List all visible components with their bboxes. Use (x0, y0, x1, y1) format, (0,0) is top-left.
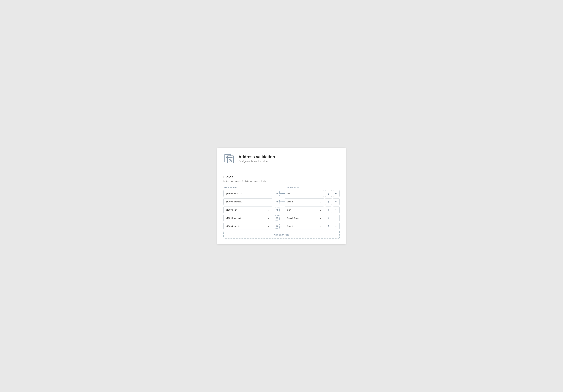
connector-area-1: ⧉ (272, 199, 282, 204)
connector-icon-1: ⧉ (275, 199, 280, 204)
page-title: Address validation (238, 154, 275, 159)
more-icon: ••• (335, 192, 338, 195)
right-part-2: City ⌄ 🗑 ••• (282, 207, 340, 213)
your-field-select-1[interactable]: g19694-address2 ⌄ (223, 198, 272, 205)
connector-icon-2: ⧉ (275, 207, 280, 212)
chevron-down-icon: ⌄ (320, 225, 321, 227)
your-field-select-4[interactable]: g19694-country ⌄ (223, 223, 272, 229)
our-field-value-2: City (287, 209, 291, 211)
field-row: g19694-postcode ⌄ ⧉ Postal Code ⌄ 🗑 (223, 215, 340, 221)
chevron-down-icon: ⌄ (268, 192, 270, 195)
field-row: g19694-city ⌄ ⧉ City ⌄ 🗑 (223, 207, 340, 213)
connector-area-3: ⧉ (272, 215, 282, 220)
our-field-select-1[interactable]: Line 2 ⌄ (285, 198, 324, 205)
connector-icon-4: ⧉ (275, 224, 280, 229)
svg-point-8 (230, 160, 231, 161)
your-field-select-2[interactable]: g19694-city ⌄ (223, 207, 272, 213)
more-icon: ••• (335, 201, 338, 203)
fields-subtitle: Match your address fields to our address… (223, 180, 340, 182)
more-button-4[interactable]: ••• (333, 223, 340, 229)
trash-icon: 🗑 (327, 217, 330, 219)
your-fields-label: YOUR FIELDS (224, 187, 277, 189)
connector-line-3 (282, 218, 285, 218)
more-button-0[interactable]: ••• (333, 190, 340, 197)
delete-button-2[interactable]: 🗑 (325, 207, 332, 213)
main-card: Address validation Configure this servic… (217, 148, 346, 244)
more-icon: ••• (335, 225, 338, 227)
our-field-select-0[interactable]: Line 1 ⌄ (285, 190, 324, 197)
field-row: g19694-address2 ⌄ ⧉ Line 2 ⌄ 🗑 (223, 198, 340, 205)
columns-header: YOUR FIELDS OUR FIELDS (223, 187, 340, 189)
our-field-select-2[interactable]: City ⌄ (285, 207, 324, 213)
your-field-value-0: g19694-address1 (226, 192, 242, 195)
drag-cursor-icon: ⧉ (276, 217, 278, 219)
trash-icon: 🗑 (327, 192, 330, 195)
more-button-1[interactable]: ••• (333, 198, 340, 205)
trash-icon: 🗑 (327, 208, 330, 211)
trash-icon: 🗑 (327, 200, 330, 203)
page-subtitle: Configure this service below (238, 160, 275, 163)
chevron-down-icon: ⌄ (268, 225, 270, 227)
connector-area-0: ⧉ (272, 191, 282, 196)
chevron-down-icon: ⌄ (268, 217, 270, 219)
field-row: g19694-country ⌄ ⧉ Country ⌄ 🗑 (223, 223, 340, 229)
our-field-value-4: Country (287, 225, 294, 227)
more-icon: ••• (335, 217, 338, 219)
our-fields-label: OUR FIELDS (287, 187, 340, 189)
field-rows-container: g19694-address1 ⌄ ⧉ Line 1 ⌄ 🗑 (223, 190, 340, 229)
field-row: g19694-address1 ⌄ ⧉ Line 1 ⌄ 🗑 (223, 190, 340, 197)
service-icon (223, 153, 235, 164)
right-part-0: Line 1 ⌄ 🗑 ••• (282, 190, 340, 197)
delete-button-1[interactable]: 🗑 (325, 198, 332, 205)
our-field-value-0: Line 1 (287, 192, 293, 195)
connector-icon-0: ⧉ (275, 191, 280, 196)
right-part-4: Country ⌄ 🗑 ••• (282, 223, 340, 229)
connector-line-0 (282, 193, 285, 194)
connector-line-1 (282, 201, 285, 202)
your-field-value-3: g19694-postcode (226, 217, 242, 219)
delete-button-0[interactable]: 🗑 (325, 190, 332, 197)
your-field-value-2: g19694-city (226, 209, 237, 211)
right-part-1: Line 2 ⌄ 🗑 ••• (282, 198, 340, 205)
your-field-value-4: g19694-country (226, 225, 241, 227)
delete-button-4[interactable]: 🗑 (325, 223, 332, 229)
more-button-2[interactable]: ••• (333, 207, 340, 213)
our-field-value-3: Postal Code (287, 217, 299, 219)
connector-area-4: ⧉ (272, 224, 282, 229)
our-field-select-3[interactable]: Postal Code ⌄ (285, 215, 324, 221)
chevron-down-icon: ⌄ (320, 192, 321, 195)
header-text: Address validation Configure this servic… (238, 154, 275, 163)
more-icon: ••• (335, 209, 338, 211)
fields-title: Fields (223, 175, 340, 179)
trash-icon: 🗑 (327, 225, 330, 228)
your-field-select-3[interactable]: g19694-postcode ⌄ (223, 215, 272, 221)
drag-cursor-icon: ⧉ (276, 225, 278, 227)
our-field-value-1: Line 2 (287, 201, 293, 203)
fields-section: Fields Match your address fields to our … (217, 169, 346, 244)
drag-cursor-icon: ⧉ (276, 201, 278, 203)
delete-button-3[interactable]: 🗑 (325, 215, 332, 221)
connector-line-2 (282, 210, 285, 210)
chevron-down-icon: ⌄ (320, 217, 321, 219)
drag-cursor-icon: ⧉ (276, 209, 278, 211)
more-button-3[interactable]: ••• (333, 215, 340, 221)
right-part-3: Postal Code ⌄ 🗑 ••• (282, 215, 340, 221)
our-field-select-4[interactable]: Country ⌄ (285, 223, 324, 229)
connector-icon-3: ⧉ (275, 215, 280, 220)
chevron-down-icon: ⌄ (320, 200, 321, 203)
connector-line-4 (282, 226, 285, 226)
connector-area-2: ⧉ (272, 207, 282, 212)
your-field-select-0[interactable]: g19694-address1 ⌄ (223, 190, 272, 197)
chevron-down-icon: ⌄ (320, 208, 321, 211)
chevron-down-icon: ⌄ (268, 208, 270, 211)
add-field-button[interactable]: Add a new field (223, 231, 340, 239)
drag-cursor-icon: ⧉ (276, 192, 278, 195)
header-section: Address validation Configure this servic… (217, 148, 346, 169)
chevron-down-icon: ⌄ (268, 200, 270, 203)
your-field-value-1: g19694-address2 (226, 201, 242, 203)
